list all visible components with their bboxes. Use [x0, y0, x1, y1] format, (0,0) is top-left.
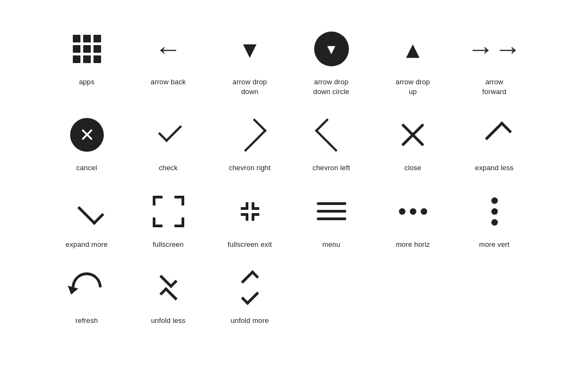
expand-less-label: expand less — [475, 163, 514, 173]
menu-label: menu — [322, 240, 340, 250]
more-vert-icon — [473, 190, 516, 233]
arrow-forward-icon: → — [473, 27, 516, 71]
unfold-less-label: unfold less — [151, 316, 186, 326]
icon-item-more-vert: more vert — [457, 190, 533, 250]
icon-item-arrow-drop-up: arrow dropup — [375, 27, 451, 97]
fullscreen-label: fullscreen — [153, 240, 184, 250]
icon-item-arrow-drop-down: arrow dropdown — [212, 27, 288, 97]
icon-item-apps: apps — [49, 27, 125, 97]
icon-grid: apps arrow back arrow dropdown ▾ arrow d… — [38, 11, 543, 342]
icon-item-unfold-more: unfold more — [212, 266, 288, 326]
icon-item-chevron-right: chevron right — [212, 113, 288, 173]
icon-item-expand-more: expand more — [49, 190, 125, 250]
unfold-more-icon — [228, 266, 272, 309]
check-label: check — [159, 163, 178, 173]
more-horiz-label: more horiz — [396, 240, 430, 250]
icon-item-more-horiz: more horiz — [375, 190, 451, 250]
arrow-drop-down-icon — [228, 27, 272, 71]
fullscreen-exit-icon — [228, 190, 272, 233]
arrow-drop-up-label: arrow dropup — [396, 77, 430, 97]
icon-item-expand-less: expand less — [457, 113, 533, 173]
arrow-back-label: arrow back — [151, 77, 186, 87]
close-label: close — [404, 163, 421, 173]
icon-item-refresh: refresh — [49, 266, 125, 326]
icon-item-menu: menu — [293, 190, 370, 250]
close-icon — [391, 113, 435, 157]
refresh-label: refresh — [76, 316, 98, 326]
icon-item-fullscreen-exit: fullscreen exit — [212, 190, 288, 250]
menu-icon — [310, 190, 353, 233]
apps-label: apps — [79, 77, 95, 87]
chevron-left-label: chevron left — [313, 163, 350, 173]
icon-item-close: close — [375, 113, 451, 173]
cancel-label: cancel — [76, 163, 97, 173]
arrow-back-icon — [147, 27, 190, 71]
chevron-right-icon — [228, 113, 272, 157]
icon-item-arrow-back: arrow back — [130, 27, 207, 97]
check-icon — [147, 113, 190, 157]
chevron-right-label: chevron right — [229, 163, 271, 173]
icon-item-check: check — [130, 113, 207, 173]
arrow-drop-down-label: arrow dropdown — [233, 77, 267, 97]
chevron-left-icon — [310, 113, 353, 157]
apps-icon — [65, 27, 109, 71]
icon-item-fullscreen: fullscreen — [130, 190, 207, 250]
cancel-icon: ✕ — [65, 113, 109, 157]
unfold-more-label: unfold more — [230, 316, 268, 326]
expand-less-icon — [473, 113, 516, 157]
refresh-icon — [65, 266, 109, 309]
more-horiz-icon — [391, 190, 435, 233]
unfold-less-icon — [147, 266, 190, 309]
expand-more-label: expand more — [66, 240, 108, 250]
icon-item-cancel: ✕ cancel — [49, 113, 125, 173]
icon-item-arrow-forward: → arrowforward — [457, 27, 533, 97]
arrow-drop-up-icon — [391, 27, 435, 71]
icon-item-arrow-drop-down-circle: ▾ arrow dropdown circle — [293, 27, 370, 97]
arrow-drop-down-circle-icon: ▾ — [310, 27, 353, 71]
icon-item-unfold-less: unfold less — [130, 266, 207, 326]
fullscreen-icon — [147, 190, 190, 233]
more-vert-label: more vert — [479, 240, 509, 250]
arrow-forward-label: arrowforward — [482, 77, 506, 97]
arrow-drop-down-circle-label: arrow dropdown circle — [313, 77, 349, 97]
expand-more-icon — [65, 190, 109, 233]
fullscreen-exit-label: fullscreen exit — [228, 240, 272, 250]
icon-item-chevron-left: chevron left — [293, 113, 370, 173]
